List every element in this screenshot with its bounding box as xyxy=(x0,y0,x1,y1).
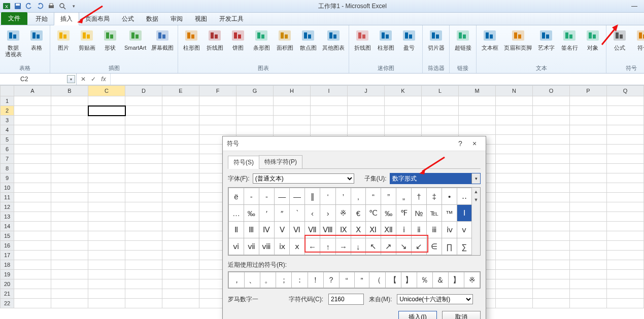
symbol-cell[interactable]: ↖ xyxy=(365,238,381,255)
cell-A5[interactable] xyxy=(14,135,51,145)
tab-页面布局[interactable]: 页面布局 xyxy=(79,13,116,25)
object-button[interactable]: 对象 xyxy=(582,26,604,52)
row-header-9[interactable]: 9 xyxy=(1,173,14,183)
tab-file[interactable]: 文件 xyxy=(1,12,27,25)
cell-P11[interactable] xyxy=(570,193,607,202)
symbol-cell[interactable]: - xyxy=(244,188,259,205)
recent-symbol-cell[interactable]: 】 xyxy=(449,272,464,288)
screenshot-button[interactable]: 屏幕截图 xyxy=(149,26,176,52)
cell-D15[interactable] xyxy=(125,231,162,241)
symbol-cell[interactable]: › xyxy=(320,205,336,222)
cell-P9[interactable] xyxy=(570,173,607,183)
symbol-cell[interactable]: ∏ xyxy=(442,238,457,255)
cell-O15[interactable] xyxy=(533,231,570,241)
cell-A12[interactable] xyxy=(14,202,51,212)
cell-A10[interactable] xyxy=(14,183,51,193)
recent-symbol-cell[interactable]: 【 xyxy=(385,272,401,288)
recent-symbol-cell[interactable]: ： xyxy=(292,272,308,288)
preview-icon[interactable] xyxy=(58,1,67,11)
sparkwl-button[interactable]: 盈亏 xyxy=(398,26,420,52)
cell-B9[interactable] xyxy=(51,173,88,183)
cell-A15[interactable] xyxy=(14,231,51,241)
cell-P15[interactable] xyxy=(570,231,607,241)
other-chart-button[interactable]: 其他图表 xyxy=(320,26,347,52)
cell-L1[interactable] xyxy=(422,96,459,106)
cell-Q12[interactable] xyxy=(607,202,644,212)
cell-D10[interactable] xyxy=(125,183,162,193)
from-select[interactable]: Unicode(十六进制) xyxy=(397,294,473,304)
symbol-cell[interactable]: Ⅸ xyxy=(336,222,351,238)
bar-chart-button[interactable]: 条形图 xyxy=(250,26,273,52)
cell-K2[interactable] xyxy=(385,106,422,116)
symbol-cell[interactable]: ℡ xyxy=(427,205,442,222)
symbol-cell[interactable]: ↑ xyxy=(320,238,336,255)
cell-P22[interactable] xyxy=(570,299,607,308)
symbol-cell[interactable]: ↘ xyxy=(396,238,412,255)
cell-A22[interactable] xyxy=(14,299,51,308)
scroll-down-icon[interactable]: ▼ xyxy=(472,196,480,204)
cell-B14[interactable] xyxy=(51,222,88,231)
cell-A16[interactable] xyxy=(14,241,51,251)
symbol-cell[interactable]: ∑ xyxy=(457,238,471,255)
cell-P3[interactable] xyxy=(570,116,607,125)
cell-O20[interactable] xyxy=(533,279,570,289)
cell-K1[interactable] xyxy=(385,96,422,106)
cell-Q19[interactable] xyxy=(607,270,644,279)
cell-O4[interactable] xyxy=(533,125,570,135)
tab-数据[interactable]: 数据 xyxy=(140,13,164,25)
cell-N20[interactable] xyxy=(496,279,533,289)
cell-C17[interactable] xyxy=(88,251,125,260)
clipart-button[interactable]: 剪贴画 xyxy=(76,26,98,52)
cell-F1[interactable] xyxy=(199,96,236,106)
cell-D13[interactable] xyxy=(125,212,162,222)
cell-N2[interactable] xyxy=(496,106,533,116)
cell-P14[interactable] xyxy=(570,222,607,231)
cell-A4[interactable] xyxy=(14,125,51,135)
smartart-button[interactable]: SmartArt xyxy=(122,26,148,52)
cell-D2[interactable] xyxy=(125,106,162,116)
cell-C15[interactable] xyxy=(88,231,125,241)
cell-O17[interactable] xyxy=(533,251,570,260)
wordart-button[interactable]: 艺术字 xyxy=(535,26,557,52)
cell-E9[interactable] xyxy=(162,173,199,183)
cell-L4[interactable] xyxy=(422,125,459,135)
cell-C10[interactable] xyxy=(88,183,125,193)
symbol-scrollbar[interactable]: ▲ ▼ xyxy=(471,188,480,255)
redo-icon[interactable] xyxy=(36,1,45,11)
row-header-6[interactable]: 6 xyxy=(1,145,14,154)
cell-P16[interactable] xyxy=(570,241,607,251)
cell-N5[interactable] xyxy=(496,135,533,145)
cell-N9[interactable] xyxy=(496,173,533,183)
cell-Q11[interactable] xyxy=(607,193,644,202)
symbol-cell[interactable]: ‖ xyxy=(304,188,320,205)
col-header-E[interactable]: E xyxy=(162,86,199,96)
symbol-cell[interactable]: ′ xyxy=(259,205,274,222)
cell-B22[interactable] xyxy=(51,299,88,308)
cell-C8[interactable] xyxy=(88,164,125,173)
cell-E14[interactable] xyxy=(162,222,199,231)
cell-B7[interactable] xyxy=(51,154,88,164)
select-all-corner[interactable] xyxy=(1,86,14,96)
cancel-entry-icon[interactable]: ✕ xyxy=(79,76,88,83)
symbol-cell[interactable]: ‘ xyxy=(320,188,336,205)
table-button[interactable]: 表格 xyxy=(25,26,48,52)
symbol-cell[interactable]: Ⅱ xyxy=(229,222,244,238)
row-header-2[interactable]: 2 xyxy=(1,106,14,116)
recent-symbol-cell[interactable]: 】 xyxy=(401,272,417,288)
symbol-cell[interactable]: † xyxy=(411,188,426,205)
cell-O1[interactable] xyxy=(533,96,570,106)
cell-F4[interactable] xyxy=(199,125,236,135)
cell-D6[interactable] xyxy=(125,145,162,154)
cell-J1[interactable] xyxy=(348,96,385,106)
cell-E10[interactable] xyxy=(162,183,199,193)
cell-N16[interactable] xyxy=(496,241,533,251)
cell-D7[interactable] xyxy=(125,154,162,164)
cell-P1[interactable] xyxy=(570,96,607,106)
col-header-I[interactable]: I xyxy=(311,86,348,96)
textbox-button[interactable]: 文本框 xyxy=(479,26,501,52)
cell-I2[interactable] xyxy=(311,106,348,116)
recent-symbol-cell[interactable]: （ xyxy=(369,272,385,288)
cell-Q2[interactable] xyxy=(607,106,644,116)
cell-E19[interactable] xyxy=(162,270,199,279)
col-header-M[interactable]: M xyxy=(459,86,496,96)
